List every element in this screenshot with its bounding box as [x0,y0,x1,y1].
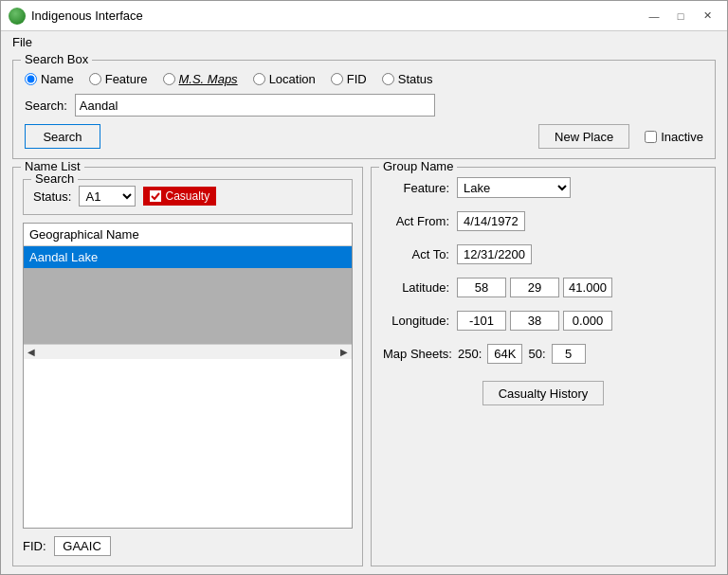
bottom-panel: Name List Search Status: A1 A2 B1 B2 [12,167,716,566]
map-50-label: 50: [528,347,545,361]
lat-min: 29 [510,278,559,297]
search-input-row: Search: [25,94,703,117]
inactive-label: Inactive [661,130,703,144]
lat-sec: 41.000 [563,278,612,297]
lon-deg: -101 [457,311,506,331]
search-input[interactable] [75,94,435,117]
fid-label: FID: [23,539,46,553]
geographical-name-list: Geographical Name Aandal Lake ◀ ▶ [23,223,353,529]
map-sheets-label: Map Sheets: [383,347,452,361]
title-bar: Indigenous Interface — □ ✕ [1,1,727,31]
list-item[interactable]: Aandal Lake [24,246,352,268]
status-select[interactable]: A1 A2 B1 B2 [79,186,136,207]
group-name-box: Group Name Feature: Lake River Mountain … [371,167,716,566]
longitude-label: Longitude: [383,314,449,328]
act-from-row: Act From: 4/14/1972 [383,211,703,231]
list-scrollbar: ◀ ▶ [24,344,352,359]
map-sheets-row: Map Sheets: 250: 64K 50: 5 [383,344,703,364]
search-box-title: Search Box [21,52,92,66]
list-header: Geographical Name [24,224,352,246]
map-250-value: 64K [487,344,522,364]
map-50-value: 5 [552,344,586,364]
inactive-checkbox-label[interactable]: Inactive [645,130,703,144]
scroll-right-icon[interactable]: ▶ [340,347,348,357]
status-row: Status: A1 A2 B1 B2 [33,186,342,207]
lat-deg: 58 [457,278,506,297]
main-content: Search Box Name Feature M.S. Maps [1,52,727,574]
menu-file[interactable]: File [5,33,40,51]
act-to-value: 12/31/2200 [457,244,532,264]
search-button[interactable]: Search [25,124,100,149]
window-title: Indigenous Interface [31,9,642,23]
minimize-button[interactable]: — [642,6,666,27]
main-window: Indigenous Interface — □ ✕ File Search B… [0,0,728,575]
casualty-history-button[interactable]: Casualty History [482,381,605,405]
act-to-label: Act To: [383,247,449,261]
radio-location[interactable]: Location [253,72,316,86]
act-from-label: Act From: [383,214,449,228]
act-to-row: Act To: 12/31/2200 [383,244,703,264]
lon-sec: 0.000 [563,311,612,331]
search-sub-box: Search Status: A1 A2 B1 B2 [23,179,353,215]
feature-select[interactable]: Lake River Mountain Valley [457,177,571,198]
map-250-label: 250: [458,347,482,361]
new-place-button[interactable]: New Place [538,124,629,149]
status-label: Status: [33,189,71,204]
action-row: Search New Place Inactive [25,124,703,149]
radio-ms-maps[interactable]: M.S. Maps [163,72,238,86]
search-box-group: Search Box Name Feature M.S. Maps [12,60,716,159]
menu-bar: File [1,31,727,52]
scroll-left-icon[interactable]: ◀ [27,347,35,357]
group-name-title: Group Name [379,159,457,173]
search-label: Search: [25,99,67,113]
act-from-value: 4/14/1972 [457,211,525,231]
feature-label: Feature: [383,181,449,195]
radio-row: Name Feature M.S. Maps Location [25,72,703,86]
radio-feature[interactable]: Feature [89,72,148,86]
inactive-checkbox[interactable] [645,131,657,143]
longitude-row: Longitude: -101 38 0.000 [383,311,703,331]
latitude-coords: 58 29 41.000 [457,278,612,297]
casualty-check-icon [150,190,161,202]
latitude-row: Latitude: 58 29 41.000 [383,278,703,297]
casualty-label: Casualty [165,189,209,203]
lon-min: 38 [510,311,559,331]
radio-fid[interactable]: FID [331,72,367,86]
list-empty-area [24,268,352,344]
close-button[interactable]: ✕ [695,6,719,27]
longitude-coords: -101 38 0.000 [457,311,612,331]
fid-row: FID: GAAIC [23,536,353,556]
app-icon [9,8,26,25]
radio-status[interactable]: Status [382,72,433,86]
latitude-label: Latitude: [383,280,449,295]
fid-value: GAAIC [54,536,111,556]
title-bar-buttons: — □ ✕ [642,6,719,27]
search-sub-title: Search [31,171,78,186]
name-list-box: Name List Search Status: A1 A2 B1 B2 [12,167,363,566]
radio-name[interactable]: Name [25,72,74,86]
feature-row: Feature: Lake River Mountain Valley [383,177,703,198]
casualty-badge[interactable]: Casualty [143,187,216,206]
maximize-button[interactable]: □ [668,6,693,27]
